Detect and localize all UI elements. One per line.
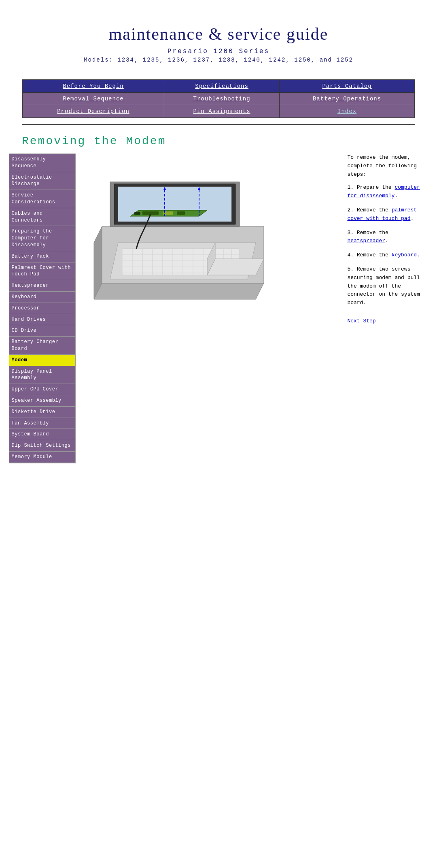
page-title: Removing the Modem <box>0 131 437 154</box>
nav-index[interactable]: Index <box>337 108 356 115</box>
main-title: maintenance & service guide <box>8 24 429 44</box>
step-4-text: Remove the <box>357 252 392 258</box>
sidebar-item-disassembly-sequence[interactable]: Disassembly Sequence <box>9 154 75 172</box>
step-1-text: Prepare the <box>357 184 395 190</box>
nav-product-description[interactable]: Product Description <box>57 108 129 115</box>
sidebar-item-diskette-drive[interactable]: Diskette Drive <box>9 407 75 418</box>
svg-rect-24 <box>142 211 159 215</box>
nav-row-1: Before You Begin Specifications Parts Ca… <box>22 80 415 93</box>
sidebar-item-cd-drive[interactable]: CD Drive <box>9 325 75 337</box>
sidebar-item-battery-charger-board[interactable]: Battery Charger Board <box>9 337 75 355</box>
sidebar-item-hard-drives[interactable]: Hard Drives <box>9 314 75 326</box>
step-1-suffix: . <box>395 193 398 199</box>
laptop-diagram <box>82 154 268 324</box>
step-3: 3. Remove the heatspreader. <box>347 229 428 246</box>
sidebar-item-heatspreader[interactable]: Heatspreader <box>9 280 75 292</box>
step-5: 5. Remove two screws securing modem and … <box>347 265 428 307</box>
instructions-area: To remove the modem, complete the follow… <box>347 154 428 463</box>
step-5-text: Remove two screws securing modem and pul… <box>347 266 420 306</box>
svg-rect-25 <box>163 211 173 215</box>
nav-removal-sequence[interactable]: Removal Sequence <box>63 96 123 102</box>
step-5-number: 5. <box>347 266 356 272</box>
sidebar-item-preparing-computer[interactable]: Preparing the Computer for Disassembly <box>9 226 75 251</box>
nav-table: Before You Begin Specifications Parts Ca… <box>22 79 415 118</box>
sidebar-item-fan-assembly[interactable]: Fan Assembly <box>9 418 75 429</box>
sidebar: Disassembly Sequence Electrostatic Disch… <box>9 154 76 463</box>
nav-row-3: Product Description Pin Assignments Inde… <box>22 105 415 118</box>
divider <box>22 124 415 125</box>
step-2: 2. Remove the palmrest cover with touch … <box>347 206 428 223</box>
step-2-suffix: . <box>410 215 414 222</box>
nav-specifications[interactable]: Specifications <box>195 83 248 90</box>
header: maintenance & service guide Presario 120… <box>0 0 437 71</box>
sidebar-item-memory-module[interactable]: Memory Module <box>9 452 75 463</box>
sidebar-item-cables-connectors[interactable]: Cables and Connectors <box>9 208 75 226</box>
sidebar-item-display-panel[interactable]: Display Panel Assembly <box>9 366 75 384</box>
step-2-number: 2. <box>347 207 356 213</box>
main-image-area <box>80 154 344 463</box>
step-3-suffix: . <box>385 238 388 244</box>
nav-row-2: Removal Sequence Troubleshooting Battery… <box>22 93 415 105</box>
sidebar-item-system-board[interactable]: System Board <box>9 429 75 440</box>
sidebar-item-dip-switch[interactable]: Dip Switch Settings <box>9 440 75 452</box>
sidebar-item-keyboard[interactable]: Keyboard <box>9 292 75 303</box>
step-1: 1. Prepare the computer for disassembly. <box>347 183 428 200</box>
nav-before-you-begin[interactable]: Before You Begin <box>63 83 123 90</box>
content-area: Disassembly Sequence Electrostatic Disch… <box>0 154 437 471</box>
svg-rect-26 <box>177 211 185 215</box>
step-3-text: Remove the <box>357 230 388 236</box>
nav-pin-assignments[interactable]: Pin Assignments <box>193 108 250 115</box>
sidebar-item-electrostatic-discharge[interactable]: Electrostatic Discharge <box>9 172 75 190</box>
subtitle: Presario 1200 Series <box>8 48 429 55</box>
step-3-link[interactable]: heatspreader <box>347 238 385 244</box>
step-4-number: 4. <box>347 252 356 258</box>
step-1-number: 1. <box>347 184 356 190</box>
svg-rect-27 <box>134 212 140 215</box>
nav-parts-catalog[interactable]: Parts Catalog <box>322 83 371 90</box>
sidebar-item-processor[interactable]: Processor <box>9 303 75 314</box>
models-text: Models: 1234, 1235, 1236, 1237, 1238, 12… <box>8 57 429 63</box>
sidebar-item-battery-pack[interactable]: Battery Pack <box>9 251 75 262</box>
svg-marker-32 <box>207 259 264 275</box>
sidebar-item-palmrest-cover[interactable]: Palmrest Cover with Touch Pad <box>9 262 75 281</box>
sidebar-item-modem[interactable]: Modem <box>9 355 75 366</box>
next-step-link[interactable]: Next Step <box>347 317 375 326</box>
step-4-suffix: . <box>417 252 420 258</box>
nav-battery-operations[interactable]: Battery Operations <box>313 96 381 102</box>
sidebar-item-service-considerations[interactable]: Service Considerations <box>9 190 75 208</box>
nav-troubleshooting[interactable]: Troubleshooting <box>193 96 250 102</box>
sidebar-item-upper-cpu-cover[interactable]: Upper CPU Cover <box>9 384 75 395</box>
instructions-intro: To remove the modem, complete the follow… <box>347 154 428 179</box>
step-4-link[interactable]: keyboard <box>392 252 417 258</box>
sidebar-item-speaker-assembly[interactable]: Speaker Assembly <box>9 395 75 407</box>
step-2-text: Remove the <box>357 207 392 213</box>
svg-marker-0 <box>94 283 264 299</box>
step-4: 4. Remove the keyboard. <box>347 251 428 260</box>
step-3-number: 3. <box>347 230 356 236</box>
